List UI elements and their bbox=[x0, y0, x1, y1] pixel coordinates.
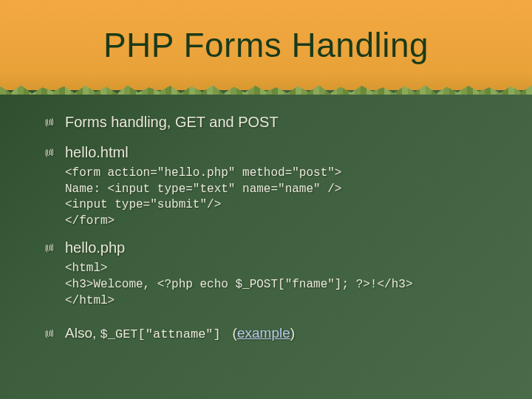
swirl-icon: ൜ bbox=[44, 146, 58, 161]
bullet-item: ൜ hello.php bbox=[65, 239, 488, 256]
bullet-text: hello.php bbox=[65, 239, 125, 256]
bullet-item: ൜ Forms handling, GET and POST bbox=[65, 114, 488, 131]
bullet-item: ൜ hello.html bbox=[65, 144, 488, 161]
swirl-icon: ൜ bbox=[44, 327, 58, 342]
code-block-php: <html> <h3>Welcome, <?php echo $_POST["f… bbox=[65, 261, 488, 309]
inline-code: $_GET["attname"] bbox=[100, 327, 221, 341]
bullet-text: hello.html bbox=[65, 144, 129, 160]
paren-close: ) bbox=[290, 325, 295, 341]
bullet-text: Forms handling, GET and POST bbox=[65, 114, 279, 130]
also-prefix: Also, bbox=[65, 325, 100, 341]
swirl-icon: ൜ bbox=[44, 115, 58, 131]
title-band: PHP Forms Handling bbox=[0, 0, 532, 90]
slide-title: PHP Forms Handling bbox=[103, 25, 429, 65]
code-block-html: <form action="hello.php" method="post"> … bbox=[65, 166, 488, 229]
bullet-text: Also, $_GET["attname"] (example) bbox=[65, 325, 295, 341]
bullet-item: ൜ Also, $_GET["attname"] (example) bbox=[65, 325, 488, 341]
example-link[interactable]: example bbox=[237, 325, 290, 341]
swirl-icon: ൜ bbox=[44, 241, 58, 256]
slide-content: ൜ Forms handling, GET and POST ൜ hello.h… bbox=[0, 90, 532, 341]
